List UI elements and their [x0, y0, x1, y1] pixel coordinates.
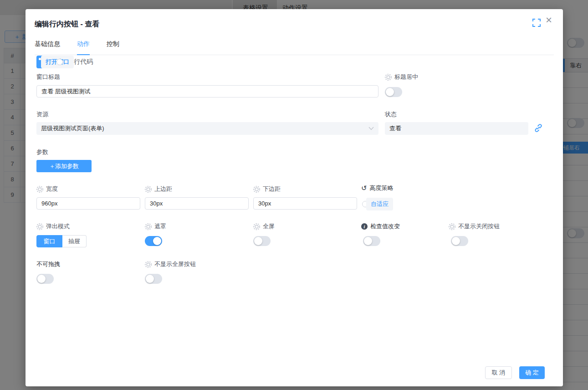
title-center-field-label: 标题居中	[385, 73, 418, 81]
hide-close-button-label: 不显示关闭按钮	[449, 223, 500, 230]
width-input[interactable]	[36, 197, 140, 210]
edit-inline-button-dialog: 编辑行内按钮 - 查看 × 基础信息 动作 控制 打开窗口 执行代码 窗口标题 …	[26, 9, 563, 386]
no-drag-toggle[interactable]	[36, 274, 54, 284]
height-strategy-radio-group: 固定值 自适应	[362, 200, 404, 208]
gear-icon	[145, 223, 152, 230]
mask-toggle[interactable]	[145, 236, 162, 246]
execute-code-radio[interactable]	[56, 59, 63, 65]
gear-icon	[36, 223, 43, 230]
title-center-toggle[interactable]	[385, 87, 402, 97]
popup-mode-drawer-button[interactable]: 抽屉	[62, 235, 87, 247]
status-label: 状态	[385, 111, 397, 118]
dialog-title: 编辑行内按钮 - 查看	[35, 20, 99, 29]
tab-basic-info[interactable]: 基础信息	[35, 36, 60, 55]
app-screen: 表格设置 动作设置 ＋新增 # 1 2 3 4 5 6 7 8 9 靠右 铺居右	[0, 0, 588, 390]
check-value-change-toggle[interactable]	[363, 236, 380, 246]
close-icon[interactable]: ×	[546, 15, 552, 26]
gear-icon	[253, 186, 260, 193]
gear-icon	[36, 186, 43, 193]
action-type-radio-group: 打开窗口 执行代码	[36, 58, 113, 66]
hide-close-button-toggle[interactable]	[451, 236, 468, 246]
window-title-label: 窗口标题	[36, 73, 60, 81]
fullscreen-field-label: 全屏	[253, 223, 275, 230]
adaptive-radio-label[interactable]: 自适应	[366, 198, 393, 210]
popup-mode-segmented: 窗口 抽屉	[36, 235, 87, 247]
cancel-button[interactable]: 取 消	[485, 366, 512, 379]
resource-select[interactable]: 层级视图测试页面(表单)	[36, 122, 378, 135]
hide-fullscreen-button-toggle[interactable]	[145, 274, 162, 284]
popup-mode-window-button[interactable]: 窗口	[36, 235, 62, 247]
resource-select-value: 层级视图测试页面(表单)	[41, 124, 104, 133]
status-input[interactable]	[385, 122, 528, 135]
ok-button[interactable]: 确 定	[519, 366, 545, 379]
tab-control[interactable]: 控制	[107, 36, 119, 55]
dialog-tabs: 基础信息 动作 控制	[35, 36, 554, 55]
reset-icon[interactable]: ↺	[361, 185, 367, 192]
link-icon[interactable]	[534, 123, 543, 133]
fullscreen-icon[interactable]	[532, 19, 541, 27]
gear-icon	[385, 74, 392, 81]
margin-top-field-label: 上边距	[145, 185, 172, 193]
gear-icon	[253, 223, 260, 230]
gear-icon	[145, 261, 152, 268]
resource-label: 资源	[36, 111, 48, 118]
popup-mode-label: 弹出模式	[36, 223, 70, 230]
gear-icon	[145, 186, 152, 193]
height-strategy-label: ↺ 高度策略	[361, 185, 394, 192]
mask-field-label: 遮罩	[145, 223, 166, 230]
margin-bottom-field-label: 下边距	[253, 185, 281, 193]
check-value-change-label: i 检查值改变	[361, 223, 400, 230]
params-label: 参数	[36, 149, 48, 156]
fullscreen-toggle[interactable]	[253, 236, 271, 246]
margin-top-input[interactable]	[145, 197, 249, 210]
add-param-button[interactable]: ＋添加参数	[36, 160, 92, 172]
chevron-down-icon	[368, 127, 374, 130]
tab-action[interactable]: 动作	[77, 36, 90, 55]
plus-icon: ＋	[49, 162, 55, 170]
window-title-input[interactable]	[36, 85, 378, 98]
hide-fullscreen-button-label: 不显示全屏按钮	[145, 261, 196, 268]
margin-bottom-input[interactable]	[253, 197, 357, 210]
info-icon: i	[361, 223, 368, 230]
no-drag-label: 不可拖拽	[36, 261, 60, 268]
gear-icon	[449, 223, 455, 230]
width-field-label: 宽度	[36, 185, 58, 193]
